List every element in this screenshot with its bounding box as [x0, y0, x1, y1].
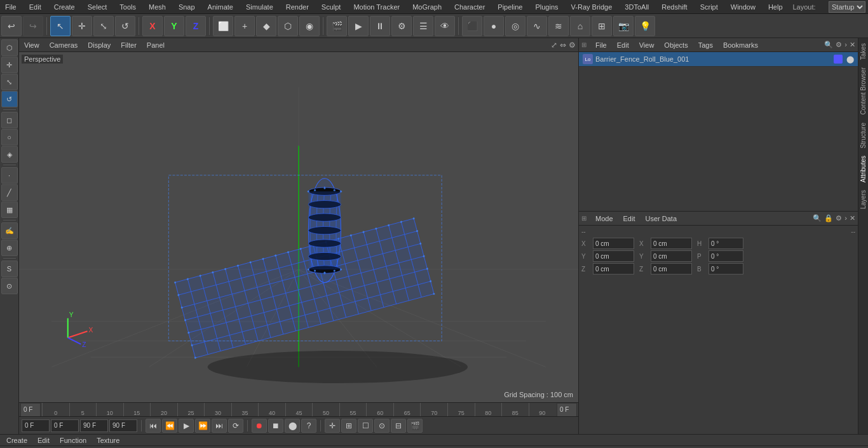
- bph-create[interactable]: Create: [4, 436, 30, 445]
- scale-tool[interactable]: ⤡: [1, 74, 18, 90]
- nurbs-button[interactable]: ≋: [548, 16, 569, 36]
- loop-button[interactable]: ⟳: [228, 419, 243, 433]
- menu-3dtoall[interactable]: 3DToAll: [622, 2, 651, 12]
- grid-playback-button[interactable]: ⊞: [341, 419, 356, 433]
- sculpt-tool[interactable]: ✍: [1, 222, 18, 239]
- viewport-menu-display[interactable]: Display: [85, 41, 113, 50]
- light-button[interactable]: 💡: [635, 16, 655, 36]
- menu-select[interactable]: Select: [85, 2, 110, 12]
- rot-x-input[interactable]: [651, 238, 692, 249]
- attr-search-icon[interactable]: 🔍: [813, 214, 822, 222]
- menu-tools[interactable]: Tools: [117, 2, 139, 12]
- render-region-button[interactable]: ▶: [348, 16, 369, 36]
- menu-simulate[interactable]: Simulate: [243, 2, 276, 12]
- step-forward-button[interactable]: ⏩: [195, 419, 210, 433]
- object-mode-button[interactable]: ⬜: [213, 16, 233, 36]
- menu-script[interactable]: Script: [698, 2, 721, 12]
- render-active-button[interactable]: ⏸: [370, 16, 390, 36]
- cube-primitive-button[interactable]: ⬛: [462, 16, 482, 36]
- menu-mograph[interactable]: MoGraph: [410, 2, 444, 12]
- select-tool-button[interactable]: ↖: [50, 16, 71, 36]
- viewport-icon-settings[interactable]: ⚙: [569, 41, 576, 50]
- menu-create[interactable]: Create: [51, 2, 78, 12]
- attr-settings-icon[interactable]: ⚙: [836, 214, 842, 222]
- objects-chevron-icon[interactable]: ›: [844, 41, 847, 49]
- move-tool[interactable]: ✛: [1, 57, 18, 73]
- menu-help[interactable]: Help: [766, 2, 785, 12]
- camera-playback-button[interactable]: ☐: [358, 419, 373, 433]
- objects-menu-bookmarks[interactable]: Bookmarks: [721, 41, 761, 50]
- scale-tool-button[interactable]: ⤡: [93, 16, 114, 36]
- menu-sculpt[interactable]: Sculpt: [319, 2, 344, 12]
- viewport-menu-panel[interactable]: Panel: [144, 41, 167, 50]
- tab-content-browser[interactable]: Content Browser: [858, 64, 868, 118]
- playback-frame-end[interactable]: [80, 419, 108, 432]
- bph-texture[interactable]: Texture: [94, 436, 122, 445]
- pos-x-input[interactable]: [593, 238, 634, 249]
- bph-function[interactable]: Function: [57, 436, 89, 445]
- viewport-3d[interactable]: Perspective: [19, 52, 578, 402]
- render-preview-button[interactable]: 👁: [435, 16, 455, 36]
- redo-button[interactable]: ↪: [23, 16, 43, 36]
- menu-window[interactable]: Window: [728, 2, 758, 12]
- viewport-menu-cameras[interactable]: Cameras: [47, 41, 81, 50]
- polygon-tool-button[interactable]: ◆: [256, 16, 276, 36]
- menu-redshift[interactable]: Redshift: [659, 2, 689, 12]
- stop-button[interactable]: ⏹: [268, 419, 283, 433]
- menu-render[interactable]: Render: [283, 2, 311, 12]
- step-back-button[interactable]: ⏪: [162, 419, 177, 433]
- viewport-menu-filter[interactable]: Filter: [118, 41, 139, 50]
- record-button[interactable]: ⏺: [252, 419, 267, 433]
- selection-playback-button[interactable]: ⊙: [374, 419, 390, 433]
- point-tool-button[interactable]: ◉: [299, 16, 320, 36]
- render-queue-button[interactable]: ☰: [413, 16, 433, 36]
- move-tool-button[interactable]: ✛: [72, 16, 92, 36]
- edges-mode[interactable]: ╱: [1, 184, 18, 201]
- objects-menu-tags[interactable]: Tags: [696, 41, 715, 50]
- rotate-tool[interactable]: ↺: [1, 91, 18, 107]
- attr-close-icon[interactable]: ✕: [850, 214, 855, 222]
- edge-tool-button[interactable]: ⬡: [278, 16, 298, 36]
- objects-menu-edit[interactable]: Edit: [614, 41, 632, 50]
- sphere-primitive-button[interactable]: ●: [484, 16, 504, 36]
- go-to-end-button[interactable]: ⏭: [212, 419, 227, 433]
- y-axis-button[interactable]: Y: [164, 16, 184, 36]
- deformer-button[interactable]: ⌂: [570, 16, 590, 36]
- menu-character[interactable]: Character: [452, 2, 487, 12]
- p-input[interactable]: [709, 250, 743, 262]
- tool1[interactable]: S: [1, 261, 18, 277]
- b-input[interactable]: [709, 263, 743, 275]
- h-input[interactable]: [709, 238, 743, 249]
- pos-z-input[interactable]: [593, 263, 634, 275]
- attr-chevron-icon[interactable]: ›: [844, 214, 847, 222]
- points-mode[interactable]: ·: [1, 167, 18, 184]
- attr-menu-mode[interactable]: Mode: [593, 214, 616, 223]
- create-tool-button[interactable]: +: [234, 16, 255, 36]
- tool2[interactable]: ⊙: [1, 278, 18, 294]
- objects-close-icon[interactable]: ✕: [850, 41, 855, 49]
- objects-settings-icon[interactable]: ⚙: [836, 41, 842, 49]
- model-mode[interactable]: ◻: [1, 112, 18, 128]
- x-axis-button[interactable]: X: [142, 16, 163, 36]
- tab-attributes[interactable]: Attributes: [858, 152, 868, 186]
- rot-y-input[interactable]: [651, 250, 692, 262]
- menu-edit[interactable]: Edit: [27, 2, 44, 12]
- snap-tool[interactable]: ⊕: [1, 240, 18, 256]
- attr-menu-userdata[interactable]: User Data: [643, 214, 680, 223]
- attr-menu-edit[interactable]: Edit: [621, 214, 638, 223]
- menu-vray-bridge[interactable]: V-Ray Bridge: [569, 2, 615, 12]
- attr-lock-icon[interactable]: 🔒: [824, 214, 833, 222]
- playback-frame-end2[interactable]: [109, 419, 137, 432]
- texture-mode[interactable]: ◈: [1, 146, 18, 163]
- tab-structure[interactable]: Structure: [858, 119, 868, 153]
- pos-y-input[interactable]: [593, 250, 634, 262]
- viewport-menu-view[interactable]: View: [22, 41, 42, 50]
- cylinder-primitive-button[interactable]: ◎: [505, 16, 526, 36]
- menu-snap[interactable]: Snap: [176, 2, 198, 12]
- playback-settings-button[interactable]: ⊟: [391, 419, 406, 433]
- viewport-icon-arrows[interactable]: ⇔: [560, 41, 566, 50]
- rot-z-input[interactable]: [651, 263, 692, 275]
- layout-select[interactable]: Startup: [829, 1, 865, 13]
- objects-menu-view[interactable]: View: [637, 41, 657, 50]
- render-view-button[interactable]: 🎬: [327, 16, 347, 36]
